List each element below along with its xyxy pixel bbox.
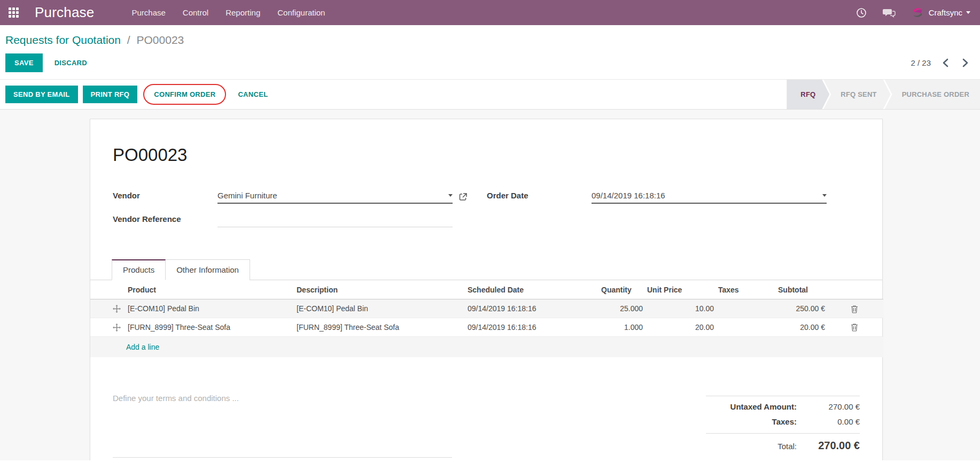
product-cell[interactable]: [E-COM10] Pedal Bin [126, 299, 294, 318]
order-lines-table: Product Description Scheduled Date Quant… [90, 280, 883, 357]
scheduled-date-cell[interactable]: 09/14/2019 16:18:16 [465, 318, 599, 336]
add-a-line-link[interactable]: Add a line [126, 343, 159, 351]
totals-block: Untaxed Amount: 270.00 € Taxes: 0.00 € T… [706, 396, 860, 458]
nav-item-reporting[interactable]: Reporting [218, 5, 268, 20]
subtotal-cell: 20.00 € [776, 318, 827, 336]
description-column-header: Description [294, 280, 465, 299]
pager-previous-icon[interactable] [943, 58, 948, 67]
send-by-email-button[interactable]: SEND BY EMAIL [5, 86, 78, 103]
total-value: 270.00 € [797, 440, 860, 452]
status-stage-purchase-order: PURCHASE ORDER [885, 80, 980, 109]
action-toolbar: SEND BY EMAIL PRINT RFQ CONFIRM ORDER CA… [0, 79, 980, 110]
user-menu[interactable]: Craftsync [929, 8, 962, 17]
control-panel: Requests for Quotation / PO00023 SAVE DI… [0, 25, 980, 79]
messages-chat-icon[interactable] [883, 7, 896, 18]
print-rfq-button[interactable]: PRINT RFQ [83, 86, 138, 103]
user-menu-caret-icon[interactable] [966, 11, 970, 14]
order-date-value[interactable]: 09/14/2019 16:18:16 [592, 191, 822, 200]
vendor-reference-field[interactable] [217, 212, 453, 227]
vendor-dropdown-caret-icon[interactable] [448, 194, 453, 197]
confirm-order-highlight-annotation: CONFIRM ORDER [143, 84, 226, 105]
add-line-row: Add a line [90, 336, 883, 357]
vendor-external-link-icon[interactable] [458, 192, 468, 202]
quantity-column-header: Quantity [599, 280, 645, 299]
scheduled-date-column-header: Scheduled Date [465, 280, 599, 299]
breadcrumb-separator: / [127, 34, 130, 46]
notebook-tabs: Products Other Information [90, 259, 882, 280]
taxes-column-header: Taxes [716, 280, 776, 299]
taxes-cell[interactable] [716, 318, 776, 336]
save-button[interactable]: SAVE [5, 53, 43, 72]
confirm-order-button[interactable]: CONFIRM ORDER [146, 86, 223, 103]
pager-count: 2 / 23 [911, 58, 931, 67]
unit-price-column-header: Unit Price [645, 280, 716, 299]
discard-button[interactable]: DISCARD [48, 53, 94, 72]
subtotal-column-header: Subtotal [776, 280, 827, 299]
nav-item-control[interactable]: Control [175, 5, 216, 20]
nav-item-configuration[interactable]: Configuration [270, 5, 332, 20]
status-stage-rfq-sent: RFQ SENT [823, 80, 890, 109]
table-row: [E-COM10] Pedal Bin [E-COM10] Pedal Bin … [90, 299, 883, 318]
order-date-label: Order Date [487, 191, 592, 204]
product-column-header: Product [126, 280, 294, 299]
form-view-background: PO00023 Vendor Gemini Furniture Vendor R… [0, 110, 980, 460]
order-date-field[interactable]: 09/14/2019 16:18:16 [592, 191, 827, 204]
tab-other-information[interactable]: Other Information [166, 259, 250, 280]
pager: 2 / 23 [911, 58, 968, 67]
vendor-field[interactable]: Gemini Furniture [217, 191, 453, 204]
table-row: [FURN_8999] Three-Seat Sofa [FURN_8999] … [90, 318, 883, 336]
vendor-reference-label: Vendor Reference [113, 214, 217, 227]
form-sheet: PO00023 Vendor Gemini Furniture Vendor R… [90, 119, 883, 460]
nav-menu: Purchase Control Reporting Configuration [124, 5, 332, 20]
company-logo [912, 6, 924, 19]
drag-handle-icon[interactable] [112, 323, 121, 332]
nav-right: Craftsync [840, 6, 970, 19]
top-nav: Purchase Purchase Control Reporting Conf… [0, 0, 980, 25]
untaxed-amount-label: Untaxed Amount: [730, 402, 797, 411]
description-cell[interactable]: [E-COM10] Pedal Bin [294, 299, 465, 318]
untaxed-amount-value: 270.00 € [797, 402, 860, 411]
terms-and-conditions-field[interactable]: Define your terms and conditions ... [113, 380, 452, 458]
taxes-cell[interactable] [716, 299, 776, 318]
delete-line-trash-icon[interactable] [851, 323, 858, 332]
table-header-row: Product Description Scheduled Date Quant… [90, 280, 883, 299]
nav-item-purchase[interactable]: Purchase [124, 5, 173, 20]
scheduled-date-cell[interactable]: 09/14/2019 16:18:16 [465, 299, 599, 318]
pager-next-icon[interactable] [962, 58, 968, 67]
trash-column-header [827, 280, 883, 299]
control-panel-buttons: SAVE DISCARD 2 / 23 [0, 53, 980, 79]
field-group: Vendor Gemini Furniture Vendor Reference [113, 188, 860, 235]
page-title: PO00023 [113, 119, 860, 165]
vendor-label: Vendor [113, 191, 217, 204]
breadcrumb-current: PO00023 [137, 34, 184, 46]
activities-clock-icon[interactable] [856, 7, 867, 18]
delete-line-trash-icon[interactable] [851, 305, 858, 313]
unit-price-cell[interactable]: 20.00 [645, 318, 716, 336]
vendor-value[interactable]: Gemini Furniture [217, 191, 448, 200]
cancel-button[interactable]: CANCEL [230, 86, 275, 103]
description-cell[interactable]: [FURN_8999] Three-Seat Sofa [294, 318, 465, 336]
unit-price-cell[interactable]: 10.00 [645, 299, 716, 318]
quantity-cell[interactable]: 25.000 [599, 299, 645, 318]
status-stage-rfq: RFQ [787, 80, 829, 109]
statusbar: RFQ RFQ SENT PURCHASE ORDER [787, 80, 980, 109]
sheet-bottom: Define your terms and conditions ... Unt… [113, 380, 860, 458]
order-date-dropdown-caret-icon[interactable] [822, 194, 827, 197]
tab-products[interactable]: Products [112, 259, 166, 280]
breadcrumb-parent-link[interactable]: Requests for Quotation [5, 34, 121, 46]
handle-column-header [90, 280, 126, 299]
drag-handle-icon[interactable] [112, 304, 121, 313]
product-cell[interactable]: [FURN_8999] Three-Seat Sofa [126, 318, 294, 336]
breadcrumb: Requests for Quotation / PO00023 [0, 25, 980, 47]
app-brand: Purchase [35, 4, 94, 21]
quantity-cell[interactable]: 1.000 [599, 318, 645, 336]
taxes-label: Taxes: [772, 417, 797, 426]
apps-menu-icon[interactable] [9, 7, 19, 18]
total-label: Total: [777, 442, 797, 451]
taxes-value: 0.00 € [797, 417, 860, 426]
subtotal-cell: 250.00 € [776, 299, 827, 318]
